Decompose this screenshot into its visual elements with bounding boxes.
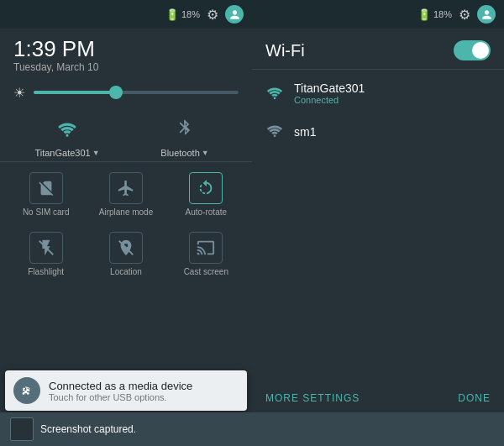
bluetooth-label: Bluetooth ▼	[160, 148, 208, 158]
brightness-slider[interactable]	[34, 91, 239, 94]
quick-toggle-row: TitanGate301 ▼ Bluetooth ▼	[0, 104, 252, 161]
no-sim-icon	[29, 172, 63, 204]
settings-icon-left[interactable]: ⚙	[207, 7, 218, 23]
action-autorotate[interactable]: Auto-rotate	[167, 165, 245, 223]
time-display: 1:39 PM	[13, 37, 239, 61]
status-bar-left: 🔋 18% ⚙	[0, 0, 252, 29]
brightness-row: ☀	[0, 80, 252, 104]
wifi-dropdown-arrow: ▼	[92, 149, 100, 157]
no-sim-label: No SIM card	[23, 207, 70, 217]
avatar-left[interactable]	[225, 5, 244, 24]
time-section: 1:39 PM Tuesday, March 10	[0, 29, 252, 80]
brightness-icon: ☀	[13, 85, 25, 101]
battery-percent-right: 18%	[433, 9, 452, 19]
wifi-toggle[interactable]: TitanGate301 ▼	[8, 111, 126, 158]
usb-title: Connected as a media device	[49, 380, 192, 392]
wifi-signal-strong-icon	[265, 84, 284, 103]
wifi-item-text-sm1: sm1	[294, 125, 316, 139]
location-label: Location	[110, 267, 142, 276]
wifi-header: Wi-Fi	[252, 29, 504, 69]
battery-info-right: 🔋 18%	[417, 8, 452, 21]
flashlight-label: Flashlight	[28, 267, 64, 276]
wifi-status-titangate: Connected	[294, 95, 365, 105]
battery-info-left: 🔋 18%	[165, 8, 200, 21]
left-panel: 🔋 18% ⚙ 1:39 PM Tuesday, March 10 ☀	[0, 0, 252, 446]
cast-icon	[189, 232, 223, 264]
wifi-item-sm1[interactable]: sm1	[252, 113, 504, 150]
usb-icon	[13, 377, 40, 404]
battery-icon-left: 🔋	[165, 8, 179, 21]
battery-icon-right: 🔋	[417, 8, 431, 21]
action-no-sim[interactable]: No SIM card	[7, 165, 85, 223]
quick-actions-grid: No SIM card Airplane mode Auto-rotate	[0, 162, 252, 286]
wifi-name-sm1: sm1	[294, 125, 316, 139]
usb-text-block: Connected as a media device Touch for ot…	[49, 380, 192, 402]
more-settings-button[interactable]: MORE SETTINGS	[265, 392, 360, 404]
wifi-item-text-titangate: TitanGate301 Connected	[294, 81, 365, 105]
wifi-icon	[48, 111, 87, 144]
usb-subtitle: Touch for other USB options.	[49, 392, 192, 402]
wifi-name-titangate: TitanGate301	[294, 81, 365, 95]
date-display: Tuesday, March 10	[13, 61, 239, 73]
screenshot-bar: Screenshot captured.	[0, 412, 504, 446]
usb-notification[interactable]: Connected as a media device Touch for ot…	[5, 370, 247, 411]
wifi-list: TitanGate301 Connected sm1	[252, 70, 504, 384]
wifi-label: TitanGate301 ▼	[34, 148, 99, 158]
battery-percent-left: 18%	[181, 9, 200, 19]
wifi-toggle-knob	[472, 42, 489, 59]
screenshot-thumbnail	[10, 417, 34, 441]
done-button[interactable]: DONE	[458, 392, 491, 404]
brightness-fill	[34, 91, 116, 94]
location-icon	[109, 232, 143, 264]
avatar-right[interactable]	[477, 5, 496, 24]
autorotate-label: Auto-rotate	[186, 207, 227, 217]
status-bar-right: 🔋 18% ⚙	[252, 0, 504, 29]
action-location[interactable]: Location	[87, 225, 165, 283]
bluetooth-toggle[interactable]: Bluetooth ▼	[126, 111, 244, 158]
flashlight-icon	[29, 232, 63, 264]
action-cast[interactable]: Cast screen	[167, 225, 245, 283]
wifi-item-titangate[interactable]: TitanGate301 Connected	[252, 73, 504, 113]
action-airplane[interactable]: Airplane mode	[87, 165, 165, 223]
brightness-thumb	[109, 86, 123, 99]
airplane-label: Airplane mode	[99, 207, 153, 217]
cast-label: Cast screen	[184, 267, 228, 276]
wifi-signal-weak-icon	[265, 122, 284, 141]
screenshot-text: Screenshot captured.	[40, 423, 136, 435]
autorotate-icon	[189, 172, 223, 204]
right-panel: 🔋 18% ⚙ Wi-Fi TitanGate301 C	[252, 0, 504, 446]
action-flashlight[interactable]: Flashlight	[7, 225, 85, 283]
bluetooth-dropdown-arrow: ▼	[202, 149, 209, 157]
wifi-title: Wi-Fi	[265, 41, 305, 60]
airplane-icon	[109, 172, 143, 204]
settings-icon-right[interactable]: ⚙	[459, 7, 470, 23]
bluetooth-icon	[165, 111, 204, 144]
wifi-toggle-switch[interactable]	[454, 40, 491, 60]
